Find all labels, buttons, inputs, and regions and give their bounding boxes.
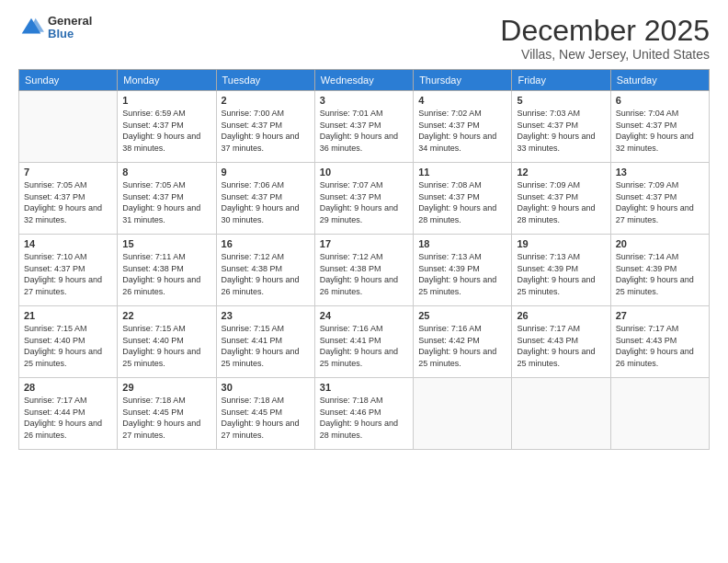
cell-day-number: 27 [616, 310, 704, 321]
cell-info: Sunrise: 7:17 AMSunset: 4:43 PMDaylight:… [517, 323, 605, 369]
cell-info: Sunrise: 7:06 AMSunset: 4:37 PMDaylight:… [222, 179, 310, 225]
cell-info: Sunrise: 7:00 AMSunset: 4:37 PMDaylight:… [222, 108, 310, 154]
calendar-cell [19, 91, 118, 163]
cell-daylight: Daylight: 9 hours and 37 minutes. [222, 132, 300, 153]
cell-sunrise: Sunrise: 7:08 AM [418, 180, 482, 190]
cell-sunset: Sunset: 4:39 PM [616, 264, 677, 273]
logo-text: General Blue [48, 15, 92, 41]
cell-sunset: Sunset: 4:37 PM [122, 121, 184, 130]
calendar-cell: 10Sunrise: 7:07 AMSunset: 4:37 PMDayligh… [314, 163, 413, 235]
cell-sunset: Sunset: 4:40 PM [24, 336, 85, 345]
cell-day-number: 9 [222, 167, 310, 178]
cell-sunrise: Sunrise: 7:05 AM [24, 180, 87, 190]
cell-day-number: 23 [222, 310, 310, 321]
cell-sunrise: Sunrise: 7:06 AM [222, 180, 285, 190]
cell-day-number: 22 [122, 310, 210, 321]
cell-sunset: Sunset: 4:37 PM [616, 121, 677, 130]
cell-info: Sunrise: 7:12 AMSunset: 4:38 PMDaylight:… [222, 251, 310, 297]
cell-day-number: 4 [418, 95, 506, 106]
header-tuesday: Tuesday [216, 70, 314, 91]
cell-info: Sunrise: 7:03 AMSunset: 4:37 PMDaylight:… [517, 108, 605, 154]
cell-info: Sunrise: 7:09 AMSunset: 4:37 PMDaylight:… [517, 179, 605, 225]
cell-daylight: Daylight: 9 hours and 25 minutes. [320, 347, 398, 368]
calendar-cell: 5Sunrise: 7:03 AMSunset: 4:37 PMDaylight… [512, 91, 610, 163]
cell-day-number: 11 [418, 167, 506, 178]
calendar-week-3: 14Sunrise: 7:10 AMSunset: 4:37 PMDayligh… [19, 235, 710, 306]
cell-daylight: Daylight: 9 hours and 34 minutes. [418, 132, 496, 153]
cell-info: Sunrise: 7:16 AMSunset: 4:42 PMDaylight:… [418, 323, 506, 369]
calendar-week-1: 1Sunrise: 6:59 AMSunset: 4:37 PMDaylight… [19, 91, 710, 163]
cell-day-number: 13 [616, 167, 704, 178]
calendar-cell: 4Sunrise: 7:02 AMSunset: 4:37 PMDaylight… [414, 91, 512, 163]
cell-sunrise: Sunrise: 7:18 AM [320, 396, 383, 405]
cell-sunrise: Sunrise: 7:07 AM [320, 180, 383, 190]
cell-info: Sunrise: 7:05 AMSunset: 4:37 PMDaylight:… [122, 179, 210, 225]
cell-info: Sunrise: 6:59 AMSunset: 4:37 PMDaylight:… [122, 108, 210, 154]
cell-info: Sunrise: 7:05 AMSunset: 4:37 PMDaylight:… [24, 179, 112, 225]
cell-sunrise: Sunrise: 7:10 AM [24, 252, 87, 261]
cell-sunrise: Sunrise: 7:11 AM [122, 252, 186, 261]
cell-day-number: 16 [222, 238, 310, 249]
cell-sunset: Sunset: 4:37 PM [320, 192, 381, 201]
calendar-table: Sunday Monday Tuesday Wednesday Thursday… [18, 69, 710, 450]
cell-sunrise: Sunrise: 7:13 AM [517, 252, 580, 261]
cell-daylight: Daylight: 9 hours and 27 minutes. [222, 419, 300, 440]
calendar-cell: 8Sunrise: 7:05 AMSunset: 4:37 PMDaylight… [118, 163, 216, 235]
cell-sunset: Sunset: 4:37 PM [616, 192, 677, 201]
cell-sunset: Sunset: 4:38 PM [222, 264, 283, 273]
cell-sunset: Sunset: 4:37 PM [222, 121, 283, 130]
cell-daylight: Daylight: 9 hours and 30 minutes. [222, 203, 300, 224]
header-monday: Monday [118, 70, 216, 91]
cell-sunrise: Sunrise: 7:17 AM [24, 396, 87, 405]
cell-sunset: Sunset: 4:40 PM [122, 336, 184, 345]
logo: General Blue [18, 15, 92, 41]
calendar-cell: 22Sunrise: 7:15 AMSunset: 4:40 PMDayligh… [118, 306, 216, 378]
header-sunday: Sunday [19, 70, 118, 91]
cell-info: Sunrise: 7:15 AMSunset: 4:40 PMDaylight:… [122, 323, 210, 369]
cell-sunrise: Sunrise: 7:05 AM [122, 180, 186, 190]
header-wednesday: Wednesday [314, 70, 413, 91]
calendar-cell: 15Sunrise: 7:11 AMSunset: 4:38 PMDayligh… [118, 235, 216, 306]
header: General Blue December 2025 Villas, New J… [18, 15, 710, 62]
cell-daylight: Daylight: 9 hours and 29 minutes. [320, 203, 398, 224]
cell-sunset: Sunset: 4:42 PM [418, 336, 480, 345]
cell-daylight: Daylight: 9 hours and 25 minutes. [616, 275, 694, 296]
cell-info: Sunrise: 7:13 AMSunset: 4:39 PMDaylight:… [517, 251, 605, 297]
cell-daylight: Daylight: 9 hours and 38 minutes. [122, 132, 200, 153]
cell-info: Sunrise: 7:18 AMSunset: 4:45 PMDaylight:… [122, 395, 210, 441]
calendar-cell: 3Sunrise: 7:01 AMSunset: 4:37 PMDaylight… [314, 91, 413, 163]
cell-sunset: Sunset: 4:37 PM [122, 192, 184, 201]
cell-day-number: 15 [122, 238, 210, 249]
cell-info: Sunrise: 7:17 AMSunset: 4:44 PMDaylight:… [24, 395, 112, 441]
header-thursday: Thursday [414, 70, 512, 91]
cell-sunrise: Sunrise: 7:02 AM [418, 109, 482, 118]
cell-info: Sunrise: 7:10 AMSunset: 4:37 PMDaylight:… [24, 251, 112, 297]
cell-day-number: 21 [24, 310, 112, 321]
main-title: December 2025 [500, 15, 710, 47]
cell-info: Sunrise: 7:01 AMSunset: 4:37 PMDaylight:… [320, 108, 408, 154]
cell-daylight: Daylight: 9 hours and 28 minutes. [320, 419, 398, 440]
cell-sunrise: Sunrise: 7:00 AM [222, 109, 285, 118]
cell-sunset: Sunset: 4:37 PM [24, 192, 85, 201]
cell-sunrise: Sunrise: 7:12 AM [222, 252, 285, 261]
cell-day-number: 19 [517, 238, 605, 249]
calendar-cell: 18Sunrise: 7:13 AMSunset: 4:39 PMDayligh… [414, 235, 512, 306]
cell-sunrise: Sunrise: 7:16 AM [320, 324, 383, 333]
cell-sunset: Sunset: 4:37 PM [24, 264, 85, 273]
calendar-cell: 6Sunrise: 7:04 AMSunset: 4:37 PMDaylight… [610, 91, 709, 163]
cell-info: Sunrise: 7:08 AMSunset: 4:37 PMDaylight:… [418, 179, 506, 225]
cell-day-number: 2 [222, 95, 310, 106]
cell-sunrise: Sunrise: 7:09 AM [616, 180, 679, 190]
calendar-cell: 21Sunrise: 7:15 AMSunset: 4:40 PMDayligh… [19, 306, 118, 378]
cell-sunrise: Sunrise: 7:15 AM [222, 324, 285, 333]
calendar-cell: 7Sunrise: 7:05 AMSunset: 4:37 PMDaylight… [19, 163, 118, 235]
cell-daylight: Daylight: 9 hours and 26 minutes. [122, 275, 200, 296]
cell-sunset: Sunset: 4:43 PM [616, 336, 677, 345]
cell-sunset: Sunset: 4:37 PM [517, 121, 578, 130]
cell-info: Sunrise: 7:13 AMSunset: 4:39 PMDaylight:… [418, 251, 506, 297]
calendar-cell: 23Sunrise: 7:15 AMSunset: 4:41 PMDayligh… [216, 306, 314, 378]
cell-daylight: Daylight: 9 hours and 25 minutes. [517, 347, 595, 368]
calendar-cell [610, 378, 709, 450]
calendar-cell: 9Sunrise: 7:06 AMSunset: 4:37 PMDaylight… [216, 163, 314, 235]
cell-day-number: 12 [517, 167, 605, 178]
